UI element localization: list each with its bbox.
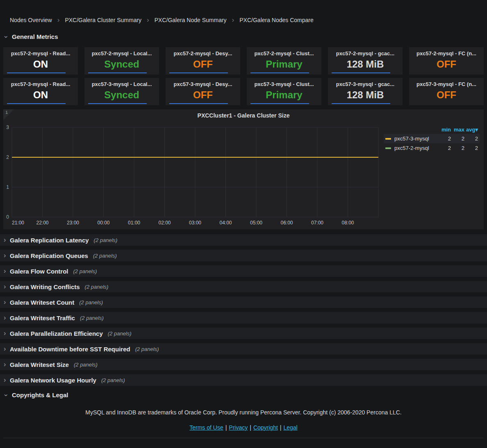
breadcrumb-item[interactable]: PXC/Galera Cluster Summary	[65, 17, 141, 23]
stat-panel-value: OFF	[166, 89, 240, 101]
stat-sparkline	[250, 103, 309, 104]
stat-panel-title[interactable]: pxc57-3-mysql - FC (n...	[409, 81, 484, 87]
collapsed-section-row[interactable]: › Galera Network Usage Hourly (2 panels)	[0, 374, 487, 386]
legend-sort-max[interactable]: max	[451, 127, 464, 133]
svg-text:08:00: 08:00	[341, 220, 354, 226]
stat-sparkline	[169, 103, 228, 104]
stat-panel: pxc57-3-mysql - gcac... 128 MiB	[328, 78, 403, 105]
stat-sparkline	[250, 72, 309, 73]
collapsed-section-row[interactable]: › Galera Writing Conflicts (2 panels)	[0, 281, 487, 292]
stat-panel-title[interactable]: pxc57-2-mysql - Local...	[84, 50, 159, 57]
stat-panel-title[interactable]: pxc57-2-mysql - Read...	[3, 50, 78, 57]
link-separator: |	[250, 424, 251, 431]
chevron-right-icon: ›	[4, 315, 10, 321]
svg-text:23:00: 23:00	[67, 220, 79, 226]
stat-panel-value: Synced	[84, 59, 159, 70]
chevron-down-icon: ›	[3, 393, 9, 398]
stat-panel-title[interactable]: pxc57-2-mysql - FC (n...	[409, 50, 484, 57]
svg-text:07:00: 07:00	[311, 220, 323, 226]
stat-panel-title[interactable]: pxc57-3-mysql - Desy...	[166, 81, 240, 87]
footer-link-privacy[interactable]: Privacy	[229, 424, 248, 431]
stat-panel-title[interactable]: pxc57-3-mysql - Read...	[3, 81, 78, 87]
section-row-title: Galera Flow Control	[10, 268, 68, 275]
stat-panel-title[interactable]: pxc57-2-mysql - gcac...	[328, 50, 403, 57]
legend-item[interactable]: pxc57-3-mysql 2 2 2	[384, 134, 480, 143]
stat-panel-title[interactable]: pxc57-3-mysql - gcac...	[328, 81, 403, 87]
section-row-panel-count: (2 panels)	[93, 253, 117, 259]
collapsed-section-row[interactable]: › Galera Flow Control (2 panels)	[0, 265, 487, 277]
stat-sparkline	[7, 103, 66, 104]
stat-sparkline	[88, 72, 147, 73]
stat-panels-grid: pxc57-2-mysql - Read... ON pxc57-2-mysql…	[3, 47, 484, 105]
graph-panel: i PXCCluster1 - Galera Cluster Size 0123…	[3, 109, 484, 229]
svg-text:00:00: 00:00	[97, 220, 109, 226]
chevron-right-icon: ›	[4, 362, 10, 367]
chevron-right-icon: ›	[4, 377, 10, 383]
stat-panel-value: Synced	[84, 89, 159, 101]
section-header-copyrights-legal[interactable]: › Copyrights & Legal	[4, 391, 68, 398]
footer-link-legal[interactable]: Legal	[283, 424, 297, 431]
stat-panel-title[interactable]: pxc57-3-mysql - Clust...	[247, 81, 321, 87]
section-row-title: Galera Writeset Count	[10, 299, 74, 306]
copyright-text: MySQL and InnoDB are trademarks of Oracl…	[0, 409, 487, 416]
legal-links: Terms of Use|Privacy|Copyright|Legal	[0, 424, 487, 431]
link-separator: |	[225, 424, 227, 431]
stat-panel: pxc57-3-mysql - Clust... Primary	[247, 78, 321, 105]
section-title: General Metrics	[12, 33, 58, 40]
section-row-panel-count: (2 panels)	[94, 237, 118, 243]
legend-item[interactable]: pxc57-2-mysql 2 2 2	[384, 143, 480, 153]
collapsed-section-row[interactable]: › Galera Writeset Traffic (2 panels)	[0, 312, 487, 324]
collapsed-section-row[interactable]: › Galera Writeset Count (2 panels)	[0, 296, 487, 308]
stat-panel-title[interactable]: pxc57-2-mysql - Clust...	[247, 50, 321, 57]
chart-title[interactable]: PXCCluster1 - Galera Cluster Size	[3, 112, 484, 119]
chevron-right-icon: ›	[232, 17, 234, 23]
series-name: pxc57-3-mysql	[394, 136, 437, 142]
svg-text:3: 3	[6, 124, 9, 130]
collapsed-section-row[interactable]: › Galera Writeset Size (2 panels)	[0, 359, 487, 370]
svg-text:0: 0	[6, 214, 9, 220]
stat-panel-value: Primary	[247, 89, 321, 101]
footer-link-copyright[interactable]: Copyright	[253, 424, 278, 431]
stat-panel-value: 128 MiB	[328, 59, 403, 70]
section-row-panel-count: (2 panels)	[108, 330, 132, 337]
collapsed-section-row[interactable]: › Available Downtime before SST Required…	[0, 343, 487, 355]
stat-sparkline	[169, 72, 228, 73]
section-row-panel-count: (2 panels)	[135, 346, 159, 352]
collapsed-section-row[interactable]: › Galera Replication Latency (2 panels)	[0, 234, 487, 246]
svg-text:2: 2	[6, 154, 9, 160]
series-name: pxc57-2-mysql	[394, 145, 437, 151]
chevron-right-icon: ›	[4, 237, 10, 243]
section-row-panel-count: (2 panels)	[85, 284, 109, 290]
stat-panel: pxc57-3-mysql - Read... ON	[3, 78, 78, 105]
breadcrumb-item[interactable]: Nodes Overview	[10, 17, 52, 23]
series-max: 2	[451, 145, 464, 151]
series-color-swatch	[385, 147, 391, 149]
stat-panel-title[interactable]: pxc57-2-mysql - Desy...	[166, 50, 240, 57]
legend-sort-min[interactable]: min	[437, 127, 451, 133]
chart-plot-area[interactable]: 012321:0022:0023:0000:0001:0002:0003:000…	[3, 119, 389, 228]
svg-text:04:00: 04:00	[219, 220, 232, 226]
svg-text:1: 1	[6, 184, 9, 190]
section-row-title: Galera Writeset Size	[10, 361, 69, 368]
stat-sparkline	[332, 103, 390, 104]
stat-panel: pxc57-3-mysql - Desy... OFF	[166, 78, 240, 105]
series-avg: 2	[464, 136, 478, 142]
section-row-panel-count: (2 panels)	[73, 268, 97, 274]
section-row-title: Galera Writeset Traffic	[10, 315, 75, 321]
section-header-general-metrics[interactable]: › General Metrics	[4, 33, 58, 40]
series-max: 2	[451, 136, 464, 142]
svg-text:02:00: 02:00	[158, 220, 171, 226]
legend-sort-avg[interactable]: avg▾	[464, 127, 478, 133]
footer-link-terms-of-use[interactable]: Terms of Use	[189, 424, 223, 431]
collapsed-section-row[interactable]: › Galera Replication Queues (2 panels)	[0, 250, 487, 261]
stat-panel: pxc57-2-mysql - Desy... OFF	[166, 47, 240, 75]
section-row-title: Galera Writing Conflicts	[10, 283, 80, 290]
section-row-panel-count: (2 panels)	[79, 299, 103, 305]
stat-panel: pxc57-2-mysql - Clust... Primary	[247, 47, 321, 75]
stat-panel-title[interactable]: pxc57-3-mysql - Local...	[84, 81, 159, 87]
collapsed-section-row[interactable]: › Galera Parallelization Efficiency (2 p…	[0, 328, 487, 339]
breadcrumb-item[interactable]: PXC/Galera Node Summary	[155, 17, 227, 23]
section-row-title: Galera Replication Latency	[10, 237, 89, 244]
stat-panel-value: ON	[3, 89, 78, 101]
breadcrumb-item[interactable]: PXC/Galera Nodes Compare	[239, 17, 314, 23]
